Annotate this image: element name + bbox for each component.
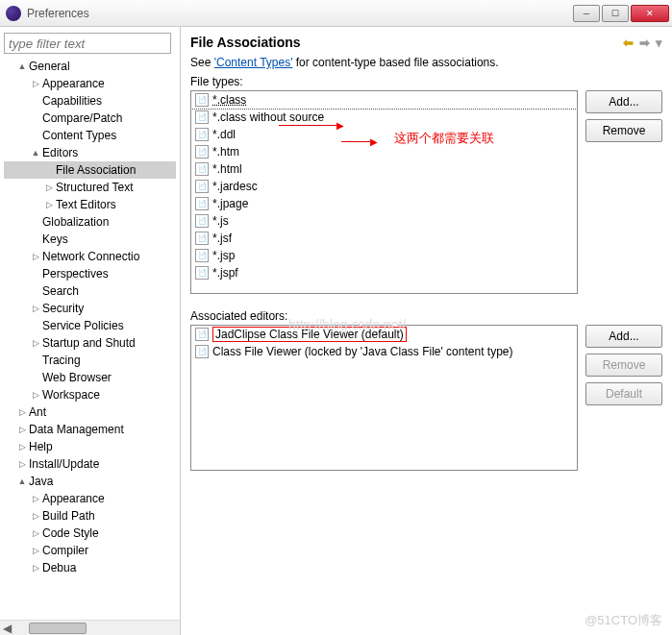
minimize-button[interactable]: ─ bbox=[573, 5, 600, 22]
tree-item-label: Capabilities bbox=[42, 94, 102, 108]
tree-item[interactable]: ▷Build Path bbox=[4, 507, 176, 525]
tree-item[interactable]: Web Browser bbox=[4, 369, 176, 386]
tree-item-label: Globalization bbox=[42, 215, 109, 229]
file-type-label: *.ddl bbox=[212, 128, 236, 141]
tree-item[interactable]: File Association bbox=[4, 161, 176, 179]
tree-item[interactable]: Capabilities bbox=[4, 92, 176, 110]
tree-item[interactable]: ▷Appearance bbox=[4, 75, 176, 92]
eclipse-icon bbox=[6, 6, 21, 21]
tree-twisty-icon[interactable]: ▷ bbox=[31, 79, 40, 88]
tree-item[interactable]: Search bbox=[4, 282, 176, 300]
add-filetype-button[interactable]: Add... bbox=[585, 90, 662, 113]
tree-twisty-icon[interactable]: ▷ bbox=[17, 407, 27, 417]
file-type-row[interactable]: 📄*.jpage bbox=[191, 195, 577, 212]
tree-item[interactable]: ▷Appearance bbox=[4, 490, 176, 507]
default-editor-button[interactable]: Default bbox=[585, 382, 662, 405]
tree-twisty-icon[interactable]: ▷ bbox=[31, 252, 40, 261]
tree-twisty-icon[interactable]: ▷ bbox=[31, 528, 40, 538]
tree-item[interactable]: Globalization bbox=[4, 213, 176, 231]
file-type-row[interactable]: 📄*.js bbox=[191, 212, 577, 230]
file-type-row[interactable]: 📄*.class bbox=[191, 91, 577, 109]
tree-item-label: Java bbox=[29, 475, 53, 488]
content-title: File Associations bbox=[190, 35, 301, 50]
assoc-list[interactable]: 📄JadClipse Class File Viewer (default)📄C… bbox=[191, 326, 577, 470]
tree-item[interactable]: Service Policies bbox=[4, 317, 176, 334]
tree-item[interactable]: ▷Workspace bbox=[4, 386, 176, 403]
add-editor-button[interactable]: Add... bbox=[585, 325, 662, 348]
tree-twisty-icon[interactable]: ▲ bbox=[17, 61, 27, 71]
tree-item[interactable]: ▷Structured Text bbox=[4, 179, 176, 196]
tree-item[interactable]: ▲Java bbox=[4, 473, 176, 490]
tree-twisty-icon[interactable]: ▷ bbox=[31, 304, 40, 313]
scrollbar-thumb[interactable] bbox=[29, 623, 87, 634]
file-type-label: *.jspf bbox=[212, 266, 238, 280]
horizontal-scrollbar[interactable]: ◀ bbox=[0, 620, 180, 635]
tree-item[interactable]: ▷Security bbox=[4, 300, 176, 317]
file-types-list[interactable]: 📄*.class📄*.class without source📄*.ddl📄*.… bbox=[191, 91, 577, 293]
filter-input[interactable] bbox=[4, 33, 171, 54]
close-button[interactable]: ✕ bbox=[631, 5, 669, 22]
tree-twisty-icon[interactable]: ▷ bbox=[31, 338, 40, 348]
tree-item[interactable]: ▷Compiler bbox=[4, 542, 176, 559]
tree-item[interactable]: ▷Data Management bbox=[4, 421, 176, 438]
tree-item-label: Install/Update bbox=[29, 457, 99, 471]
tree-item[interactable]: Content Types bbox=[4, 127, 176, 144]
file-type-row[interactable]: 📄*.html bbox=[191, 160, 577, 178]
file-icon: 📄 bbox=[195, 180, 209, 193]
tree-item[interactable]: ▷Help bbox=[4, 438, 176, 455]
tree-item[interactable]: ▷Ant bbox=[4, 403, 176, 421]
tree-twisty-icon[interactable]: ▷ bbox=[17, 425, 27, 434]
tree-item[interactable]: Compare/Patch bbox=[4, 110, 176, 127]
file-type-row[interactable]: 📄*.class without source bbox=[191, 109, 577, 126]
file-type-row[interactable]: 📄*.jardesc bbox=[191, 178, 577, 195]
sidebar: ▲General▷AppearanceCapabilitiesCompare/P… bbox=[0, 27, 181, 635]
file-type-label: *.jpage bbox=[212, 197, 248, 210]
tree-item[interactable]: Tracing bbox=[4, 352, 176, 369]
tree-item[interactable]: ▷Text Editors bbox=[4, 196, 176, 213]
file-type-label: *.class without source bbox=[212, 110, 324, 124]
menu-icon[interactable]: ▾ bbox=[656, 36, 662, 50]
tree-item[interactable]: ▷Startup and Shutd bbox=[4, 334, 176, 352]
tree-twisty-icon[interactable]: ▷ bbox=[31, 511, 40, 521]
tree-twisty-icon[interactable]: ▷ bbox=[31, 563, 40, 573]
tree-twisty-icon[interactable]: ▲ bbox=[31, 148, 40, 158]
tree-item-label: Compare/Patch bbox=[42, 111, 122, 125]
tree-item[interactable]: ▷Code Style bbox=[4, 525, 176, 542]
tree-item[interactable]: ▷Install/Update bbox=[4, 455, 176, 473]
tree-twisty-icon[interactable]: ▷ bbox=[44, 183, 54, 192]
tree-twisty-icon[interactable]: ▷ bbox=[44, 200, 54, 209]
assoc-label: Associated editors: bbox=[190, 309, 662, 323]
tree-twisty-icon[interactable]: ▷ bbox=[31, 390, 40, 400]
file-type-row[interactable]: 📄*.jspf bbox=[191, 264, 577, 281]
remove-filetype-button[interactable]: Remove bbox=[585, 119, 662, 142]
tree-twisty-icon[interactable]: ▷ bbox=[31, 546, 40, 555]
forward-icon[interactable]: ➡ bbox=[639, 36, 650, 50]
tree-twisty-icon[interactable]: ▷ bbox=[17, 442, 27, 452]
assoc-listbox: 📄JadClipse Class File Viewer (default)📄C… bbox=[190, 325, 578, 471]
back-icon[interactable]: ⬅ bbox=[623, 36, 634, 50]
tree-item-label: Security bbox=[42, 302, 84, 315]
file-type-row[interactable]: 📄*.jsf bbox=[191, 230, 577, 247]
remove-editor-button[interactable]: Remove bbox=[585, 354, 662, 377]
file-type-row[interactable]: 📄*.jsp bbox=[191, 247, 577, 264]
tree-item[interactable]: Keys bbox=[4, 231, 176, 248]
tree-item[interactable]: Perspectives bbox=[4, 265, 176, 282]
tree-item[interactable]: ▲General bbox=[4, 58, 176, 75]
tree-item[interactable]: ▷Debua bbox=[4, 559, 176, 576]
tree-twisty-icon[interactable]: ▷ bbox=[17, 459, 27, 469]
file-type-row[interactable]: 📄*.htm bbox=[191, 143, 577, 160]
maximize-button[interactable]: ☐ bbox=[602, 5, 629, 22]
content-types-link[interactable]: 'Content Types' bbox=[214, 56, 293, 69]
file-type-label: *.class bbox=[212, 93, 246, 107]
file-types-buttons: Add... Remove bbox=[585, 90, 662, 294]
file-type-row[interactable]: 📄*.ddl bbox=[191, 126, 577, 143]
file-types-listbox: 📄*.class📄*.class without source📄*.ddl📄*.… bbox=[190, 90, 578, 294]
tree-item[interactable]: ▷Network Connectio bbox=[4, 248, 176, 265]
tree-item-label: Network Connectio bbox=[42, 250, 139, 263]
tree-twisty-icon[interactable]: ▷ bbox=[31, 494, 40, 503]
tree-item-label: Debua bbox=[42, 561, 76, 574]
tree-item[interactable]: ▲Editors bbox=[4, 144, 176, 161]
assoc-row[interactable]: 📄Class File Viewer (locked by 'Java Clas… bbox=[191, 343, 577, 360]
tree[interactable]: ▲General▷AppearanceCapabilitiesCompare/P… bbox=[4, 58, 176, 615]
tree-twisty-icon[interactable]: ▲ bbox=[17, 476, 27, 486]
